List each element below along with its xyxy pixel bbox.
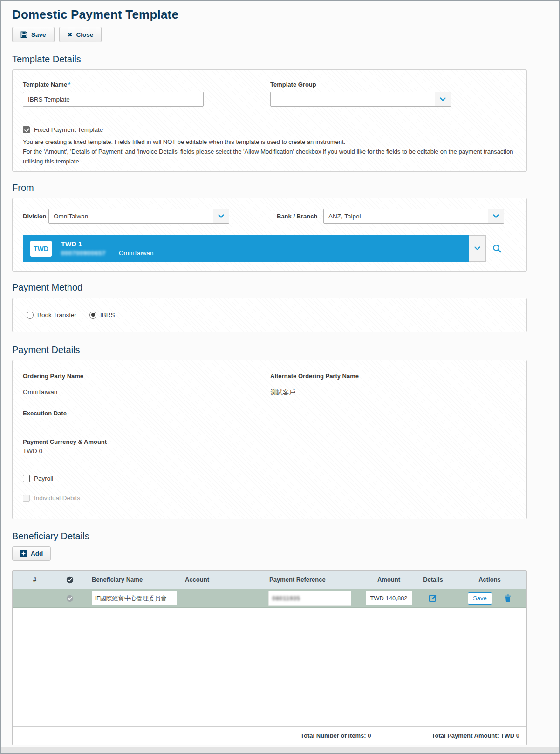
note-line-2: For the 'Amount', 'Details of Payment' a… [23, 148, 513, 165]
from-panel: Division OmniTaiwan Bank / Branch ANZ, T… [12, 198, 527, 272]
amount-value: TWD 140,882 [366, 591, 412, 605]
app-window: Domestic Payment Template Save ✖ Close T… [0, 0, 560, 754]
edit-details-button[interactable] [429, 594, 437, 603]
radio-book-transfer[interactable]: Book Transfer [27, 312, 76, 319]
chevron-down-icon[interactable] [435, 92, 451, 106]
payroll-label: Payroll [34, 475, 53, 482]
row-payment-reference-cell: 08011935 [262, 591, 364, 606]
col-payment-reference-header: Payment Reference [262, 576, 364, 583]
beneficiary-name-value[interactable]: iF國際經貿中心管理委員會 [92, 591, 177, 605]
check-circle-icon [66, 576, 74, 584]
account-info: TWD 1 000700900657 OmniTaiwan [61, 240, 153, 258]
book-transfer-label: Book Transfer [37, 312, 76, 319]
account-chevron-down-icon[interactable] [469, 235, 486, 262]
save-button[interactable]: Save [12, 27, 55, 42]
template-name-field: Template Name* [23, 81, 270, 107]
note-line-1: You are creating a fixed template. Field… [23, 138, 345, 145]
checkbox-disabled-icon [23, 495, 30, 502]
trash-icon [504, 594, 512, 602]
close-button[interactable]: ✖ Close [59, 27, 102, 42]
radio-off-icon [27, 312, 34, 319]
horizontal-scrollbar[interactable] [1, 747, 559, 753]
col-account-header: Account [176, 576, 262, 583]
ibrs-label: IBRS [100, 312, 115, 319]
chevron-down-icon[interactable] [488, 209, 504, 223]
account-name: TWD 1 [61, 240, 153, 249]
template-group-value [271, 92, 435, 106]
row-status-cell [57, 595, 82, 602]
save-button-label: Save [31, 31, 46, 38]
division-value: OmniTaiwan [49, 209, 213, 223]
payment-details-heading: Payment Details [12, 343, 527, 356]
col-amount-header: Amount [364, 576, 413, 583]
bank-branch-label: Bank / Branch [277, 213, 323, 220]
col-status-header [57, 576, 82, 584]
template-details-heading: Template Details [12, 53, 527, 66]
row-actions-cell: Save [453, 592, 526, 605]
payment-method-heading: Payment Method [12, 281, 527, 294]
radio-ibrs[interactable]: IBRS [89, 312, 115, 319]
template-group-field: Template Group [270, 81, 516, 107]
template-group-label: Template Group [270, 81, 516, 88]
currency-badge: TWD [30, 241, 52, 257]
edit-icon [429, 594, 437, 603]
save-icon [20, 31, 27, 38]
delete-row-button[interactable] [504, 594, 512, 602]
total-amount: Total Payment Amount: TWD 0 [432, 732, 520, 739]
col-details-header: Details [413, 576, 453, 583]
bank-branch-value: ANZ, Taipei [324, 209, 488, 223]
toolbar: Save ✖ Close [12, 27, 527, 42]
required-asterisk: * [68, 81, 70, 88]
close-icon: ✖ [68, 32, 73, 38]
beneficiary-table-header: # Beneficiary Name Account Payment Refer… [13, 571, 526, 589]
bank-branch-select[interactable]: ANZ, Taipei [323, 209, 504, 224]
payroll-checkbox[interactable]: Payroll [23, 475, 516, 482]
close-button-label: Close [76, 31, 93, 38]
payment-details-panel: Ordering Party Name OmniTaiwan Alternate… [12, 360, 527, 519]
alt-ordering-party-label: Alternate Ordering Party Name [270, 373, 516, 380]
row-beneficiary-name-cell: iF國際經貿中心管理委員會 [82, 591, 176, 605]
individual-debits-checkbox: Individual Debits [23, 495, 516, 502]
account-selector: TWD TWD 1 000700900657 OmniTaiwan [23, 235, 486, 262]
payment-method-panel: Book Transfer IBRS [12, 298, 527, 332]
row-details-cell [413, 594, 453, 603]
beneficiary-details-heading: Beneficiary Details [12, 530, 527, 543]
beneficiary-table: # Beneficiary Name Account Payment Refer… [12, 570, 527, 745]
template-group-select[interactable] [270, 92, 451, 107]
individual-debits-label: Individual Debits [34, 495, 80, 502]
fixed-template-note: You are creating a fixed template. Field… [23, 137, 516, 166]
row-save-button[interactable]: Save [468, 592, 492, 605]
payment-reference-input[interactable]: 08011935 [268, 591, 351, 606]
payment-reference-redacted: 08011935 [272, 595, 300, 602]
table-row: iF國際經貿中心管理委員會 08011935 TWD 140,882 [13, 589, 526, 608]
check-circle-gray-icon [66, 595, 74, 602]
table-empty-area [13, 608, 526, 726]
table-footer: Total Number of Items: 0 Total Payment A… [13, 726, 526, 745]
row-amount-cell: TWD 140,882 [364, 591, 413, 605]
template-details-panel: Template Name* Template Group Fixe [12, 69, 527, 172]
division-select[interactable]: OmniTaiwan [48, 209, 229, 224]
alt-ordering-party-value: 測試客戶 [270, 388, 516, 397]
col-actions-header: Actions [453, 576, 526, 583]
checkbox-unchecked-icon [23, 475, 30, 482]
ordering-party-label: Ordering Party Name [23, 373, 270, 380]
fixed-payment-template-label: Fixed Payment Template [34, 126, 103, 133]
execution-date-label: Execution Date [23, 410, 516, 417]
fixed-payment-template-checkbox[interactable]: Fixed Payment Template [23, 126, 516, 133]
division-label: Division [23, 213, 48, 220]
col-beneficiary-name-header: Beneficiary Name [82, 576, 176, 583]
selected-account[interactable]: TWD TWD 1 000700900657 OmniTaiwan [23, 235, 469, 262]
page-content: Domestic Payment Template Save ✖ Close T… [12, 1, 527, 745]
radio-on-icon [89, 312, 96, 319]
add-button-label: Add [31, 550, 43, 557]
currency-amount-value: TWD 0 [23, 448, 516, 455]
account-owner: OmniTaiwan [119, 249, 153, 258]
template-name-input[interactable] [23, 92, 204, 107]
account-search-icon[interactable] [492, 244, 501, 253]
add-icon [20, 550, 27, 557]
ordering-party-value: OmniTaiwan [23, 388, 270, 395]
page-title: Domestic Payment Template [12, 7, 527, 22]
total-items: Total Number of Items: 0 [300, 732, 371, 739]
chevron-down-icon[interactable] [213, 209, 229, 223]
add-beneficiary-button[interactable]: Add [12, 546, 51, 561]
